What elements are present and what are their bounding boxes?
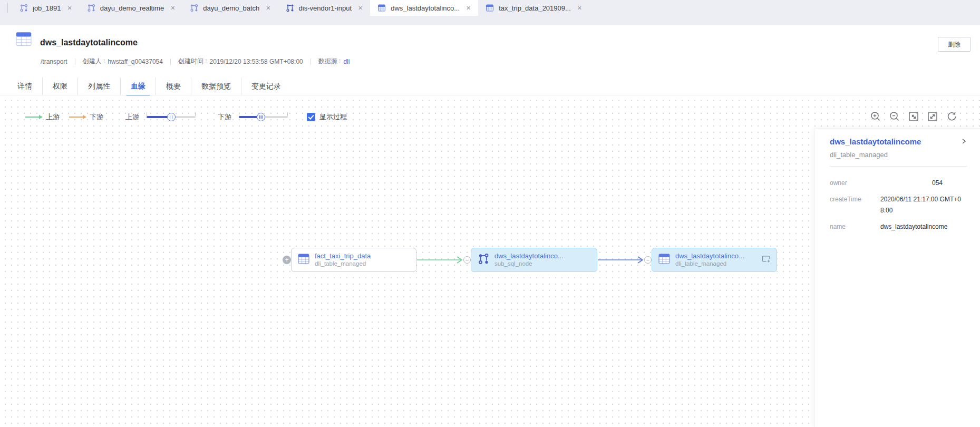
field-row-createtime: createTime 2020/06/11 21:17:00 GMT+08:00 <box>830 194 967 216</box>
browser-tab-label: job_1891 <box>33 4 61 12</box>
tab-summary[interactable]: 概要 <box>156 77 191 95</box>
tab-bar-divider <box>7 3 8 13</box>
browser-tab-label: dws_lastdaytotalinco... <box>391 4 460 12</box>
node-subtitle: dli_table_managed <box>315 260 371 268</box>
browser-tab-job-1891[interactable]: job_1891 ✕ <box>12 0 80 16</box>
upstream-arrow-icon <box>25 115 43 119</box>
downstream-depth-slider: 下游 <box>218 112 288 122</box>
create-time-label: 创建时间 : <box>178 57 207 66</box>
page-title: dws_lastdaytotalincome <box>40 38 138 47</box>
delete-button[interactable]: 删除 <box>938 37 971 52</box>
tab-column-attributes[interactable]: 列属性 <box>77 77 120 95</box>
node-text: dws_lastdaytotalinco... dli_table_manage… <box>675 252 744 268</box>
upstream-slider-track[interactable] <box>147 116 196 118</box>
browser-tab-label: tax_trip_data_201909... <box>499 4 571 12</box>
table-icon <box>486 4 494 12</box>
upstream-depth-slider: 上游 <box>125 112 196 122</box>
browser-tab-tax-trip-data[interactable]: tax_trip_data_201909... ✕ <box>478 0 589 16</box>
close-icon[interactable]: ✕ <box>466 5 471 12</box>
browser-tab-label: dayu_demo_realtime <box>100 4 164 12</box>
node-subtitle: dli_table_managed <box>675 260 744 268</box>
close-icon[interactable]: ✕ <box>170 5 175 12</box>
downstream-slider-label: 下游 <box>218 112 231 122</box>
tab-details[interactable]: 详情 <box>17 77 42 95</box>
downstream-slider-handle[interactable] <box>257 113 265 121</box>
tab-change-records[interactable]: 变更记录 <box>241 77 291 95</box>
expand-columns-icon[interactable] <box>761 255 771 266</box>
field-label: name <box>830 221 880 232</box>
browser-tab-dws-lastdaytotalincome[interactable]: dws_lastdaytotalinco... ✕ <box>370 0 478 16</box>
create-time-value: 2019/12/20 13:53:58 GMT+08:00 <box>210 58 303 65</box>
panel-title-link[interactable]: dws_lastdaytotalincome <box>830 137 921 146</box>
graph-toolbar <box>870 111 957 122</box>
collapse-badge[interactable]: − <box>644 256 652 264</box>
field-value: 054 <box>880 178 966 189</box>
field-value: dws_lastdaytotalincome <box>880 221 966 232</box>
table-icon <box>16 32 32 48</box>
field-label: owner <box>830 178 880 189</box>
datasource-link[interactable]: dli <box>343 58 350 65</box>
table-meta-row: /transport 创建人 : hwstaff_q00437054 创建时间 … <box>41 57 350 66</box>
zoom-out-icon[interactable] <box>889 111 900 122</box>
browser-tab-label: dis-vendor1-input <box>299 4 352 12</box>
close-icon[interactable]: ✕ <box>67 5 72 12</box>
expand-upstream-badge[interactable]: + <box>283 256 291 264</box>
tab-data-preview[interactable]: 数据预览 <box>191 77 241 95</box>
browser-tab-dayu-demo-batch[interactable]: dayu_demo_batch ✕ <box>182 0 278 16</box>
collapse-badge[interactable]: − <box>463 256 471 264</box>
close-icon[interactable]: ✕ <box>266 5 270 12</box>
upstream-legend-label: 上游 <box>46 112 60 122</box>
panel-fields: owner 054 createTime 2020/06/11 21:17:00… <box>830 178 967 232</box>
field-value: 2020/06/11 21:17:00 GMT+08:00 <box>880 194 966 216</box>
node-title: dws_lastdaytotalinco... <box>494 252 564 260</box>
panel-header: dws_lastdaytotalincome <box>830 137 967 148</box>
meta-divider <box>75 59 75 65</box>
meta-divider <box>311 59 311 65</box>
close-icon[interactable]: ✕ <box>358 5 363 12</box>
flow-icon <box>20 4 28 12</box>
table-path: /transport <box>41 58 67 65</box>
browser-tab-dis-vendor1-input[interactable]: dis-vendor1-input ✕ <box>278 0 371 16</box>
node-text: dws_lastdaytotalinco... sub_sql_node <box>494 252 564 268</box>
table-icon <box>298 254 309 266</box>
tab-lineage[interactable]: 血缘 <box>120 77 156 95</box>
downstream-arrow-icon <box>69 115 86 119</box>
field-row-name: name dws_lastdaytotalincome <box>830 221 967 232</box>
close-icon[interactable]: ✕ <box>577 5 582 12</box>
flow-solid-icon <box>286 4 294 12</box>
panel-divider <box>830 166 967 167</box>
lineage-node-fact-taxi-trip-data[interactable]: fact_taxi_trip_data dli_table_managed <box>291 248 416 272</box>
upstream-slider-handle[interactable] <box>167 113 176 121</box>
meta-divider <box>170 59 171 65</box>
browser-tab-label: dayu_demo_batch <box>203 4 259 12</box>
detail-nav-tabs: 详情 权限 列属性 血缘 概要 数据预览 变更记录 <box>0 77 980 95</box>
zoom-in-icon[interactable] <box>870 111 881 122</box>
show-process-label: 显示过程 <box>319 112 347 122</box>
node-subtitle: sub_sql_node <box>494 260 564 268</box>
table-icon <box>658 254 670 266</box>
node-title: dws_lastdaytotalinco... <box>675 252 744 260</box>
downstream-slider-track[interactable] <box>239 116 288 118</box>
flow-icon <box>478 253 489 267</box>
creator-value: hwstaff_q00437054 <box>108 58 163 65</box>
lineage-node-sub-sql-node[interactable]: dws_lastdaytotalinco... sub_sql_node <box>471 248 597 272</box>
node-text: fact_taxi_trip_data dli_table_managed <box>315 252 371 268</box>
fit-expand-icon[interactable] <box>908 111 919 122</box>
node-title: fact_taxi_trip_data <box>315 252 371 260</box>
refresh-icon[interactable] <box>946 111 957 122</box>
show-process-option: 显示过程 <box>307 112 347 122</box>
field-row-owner: owner 054 <box>830 178 967 189</box>
downstream-legend-label: 下游 <box>90 112 103 122</box>
fit-shrink-icon[interactable] <box>927 111 938 122</box>
datasource-label: 数据源 : <box>318 57 341 66</box>
flow-icon <box>87 4 95 12</box>
lineage-node-dws-lastdaytotalincome[interactable]: dws_lastdaytotalinco... dli_table_manage… <box>652 248 777 272</box>
lineage-controls: 上游 下游 上游 下游 显示过程 <box>25 111 347 123</box>
table-icon <box>377 4 386 12</box>
field-label: createTime <box>830 194 880 216</box>
flow-icon <box>190 4 198 12</box>
tab-permissions[interactable]: 权限 <box>42 77 77 95</box>
chevron-right-icon[interactable] <box>960 137 967 148</box>
browser-tab-dayu-demo-realtime[interactable]: dayu_demo_realtime ✕ <box>80 0 183 16</box>
show-process-checkbox[interactable] <box>307 113 315 121</box>
